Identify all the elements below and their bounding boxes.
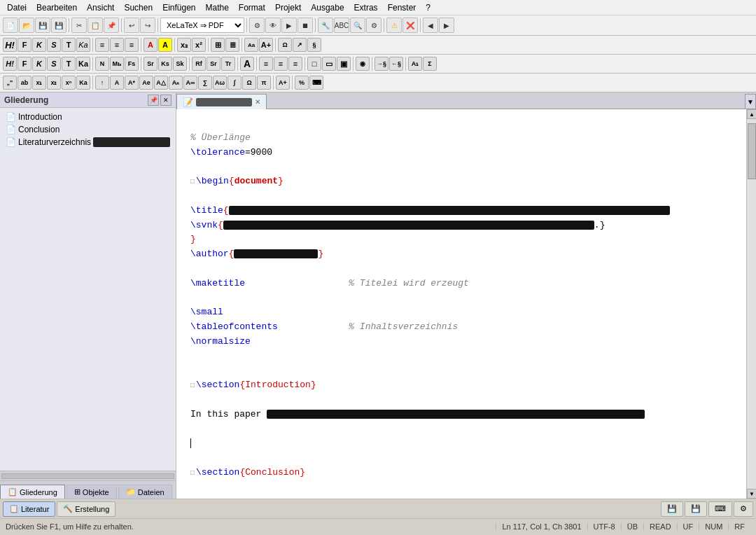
special-b-btn[interactable]: Σ (423, 57, 437, 71)
special11-btn[interactable]: Ω (242, 76, 256, 90)
editor-scrollbar[interactable]: ▲ ▼ (746, 109, 756, 499)
quote-btn[interactable]: „" (3, 76, 17, 90)
ks-btn[interactable]: Ks (158, 57, 172, 71)
doc-tab[interactable]: 📝 ✕ (176, 94, 267, 109)
build-button[interactable]: ⚙ (249, 18, 265, 33)
sup2-btn[interactable]: xⁿ (62, 76, 76, 90)
menu-extras[interactable]: Extras (350, 1, 382, 14)
menu-projekt[interactable]: Projekt (271, 1, 305, 14)
tree-item-introduction[interactable]: 📄 Introduction (3, 111, 173, 123)
tree-item-literaturverzeichnis[interactable]: 📄 Literaturverzeichnis (3, 136, 173, 148)
special12-btn[interactable]: π (257, 76, 271, 90)
fold-document[interactable]: □ (190, 176, 195, 188)
bottom-tab-erstellung[interactable]: 🔨 Erstellung (57, 501, 115, 517)
sidebar-tab-dateien[interactable]: 📁 Dateien (118, 485, 172, 499)
t-btn[interactable]: T (62, 57, 76, 71)
special3-btn[interactable]: A* (125, 76, 139, 90)
fold-introduction[interactable]: □ (190, 380, 195, 391)
verbatim2-btn[interactable]: ⌨ (309, 76, 323, 90)
justify-btn[interactable]: ≡ (259, 57, 273, 71)
bottom-settings-btn[interactable]: ⚙ (734, 501, 753, 517)
fs-btn[interactable]: Fs (125, 57, 139, 71)
sidebar-close-btn[interactable]: ✕ (160, 95, 172, 106)
menu-datei[interactable]: Datei (3, 1, 31, 14)
scrollbar-down-arrow[interactable]: ▼ (747, 489, 756, 499)
text-btn[interactable]: ab (18, 76, 31, 90)
s-btn[interactable]: S (47, 57, 61, 71)
special4-btn[interactable]: Ae (139, 76, 153, 90)
tab-dropdown-btn[interactable]: ▼ (745, 94, 756, 109)
menu-mathe[interactable]: Mathe (202, 1, 233, 14)
n-btn[interactable]: N (95, 57, 109, 71)
comment-btn[interactable]: % (295, 76, 309, 90)
sidebar-hscroll-track[interactable] (1, 473, 174, 479)
sidebar-tab-objekte[interactable]: ⊞ Objekte (66, 485, 117, 499)
forward-button[interactable]: ▶ (439, 18, 454, 33)
undo-button[interactable]: ↩ (124, 18, 139, 33)
table-btn[interactable]: ⊞ (211, 38, 225, 52)
find-button[interactable]: 🔍 (350, 18, 365, 33)
list-btn[interactable]: ≣ (225, 38, 239, 52)
ref-btn[interactable]: ↗ (293, 38, 307, 52)
stop-button[interactable]: ⏹ (298, 18, 313, 33)
save-button[interactable]: 💾 (35, 18, 50, 33)
h1-btn[interactable]: H! (3, 57, 17, 71)
new-button[interactable]: 📄 (3, 18, 18, 33)
color-btn[interactable]: A (144, 38, 158, 52)
border-btn[interactable]: ▭ (322, 57, 336, 71)
align-center-btn[interactable]: ≡ (110, 38, 124, 52)
plus-size-btn[interactable]: A+ (276, 76, 290, 90)
menu-help[interactable]: ? (421, 1, 435, 14)
bottom-tab-literatur[interactable]: 📋 Literatur (3, 501, 55, 517)
back-button[interactable]: ◀ (423, 18, 438, 33)
scrollbar-thumb[interactable] (748, 123, 756, 179)
special1-btn[interactable]: ↑ (95, 76, 109, 90)
rf-btn[interactable]: Rf (192, 57, 206, 71)
slanted-btn[interactable]: S (47, 38, 61, 52)
view-button[interactable]: 👁 (265, 18, 281, 33)
fold-conclusion[interactable]: □ (190, 468, 195, 479)
sub2-btn[interactable]: x₂ (47, 76, 61, 90)
k-btn[interactable]: K (32, 57, 46, 71)
ka3-btn[interactable]: Ka (76, 76, 90, 90)
error-btn[interactable]: ❌ (402, 18, 418, 33)
special5-btn[interactable]: A△ (154, 76, 168, 90)
bold-btn[interactable]: F (18, 38, 31, 52)
menu-bearbeiten[interactable]: Bearbeiten (32, 1, 81, 14)
ka2-btn[interactable]: Ka (76, 57, 90, 71)
editor-content[interactable]: % Überlänge \tolerance=9000 □\begin{docu… (176, 109, 746, 499)
special-a-btn[interactable]: A₁ (408, 57, 422, 71)
sr2-btn[interactable]: Sr (206, 57, 220, 71)
f-btn[interactable]: F (18, 57, 31, 71)
open-button[interactable]: 📂 (19, 18, 34, 33)
right2-btn[interactable]: ≡ (288, 57, 302, 71)
doc-tab-close[interactable]: ✕ (255, 98, 260, 106)
next-sec-btn[interactable]: →§ (374, 57, 388, 71)
bottom-floppy2-btn[interactable]: 💾 (685, 501, 707, 517)
textbf-btn[interactable]: T (62, 38, 76, 52)
tree-item-conclusion[interactable]: 📄 Conclusion (3, 123, 173, 136)
tr-btn[interactable]: Tr (221, 57, 235, 71)
wizard-button[interactable]: 🔧 (318, 18, 333, 33)
menu-format[interactable]: Format (234, 1, 270, 14)
rect-btn[interactable]: □ (307, 57, 321, 71)
warn-button[interactable]: ⚠ (386, 18, 402, 33)
structure-btn[interactable]: § (307, 38, 321, 52)
align-right-btn[interactable]: ≡ (125, 38, 139, 52)
textit-btn[interactable]: Ka (76, 38, 90, 52)
align-left-btn[interactable]: ≡ (95, 38, 109, 52)
menu-ansicht[interactable]: Ansicht (83, 1, 118, 14)
increase-size-btn[interactable]: A+ (259, 38, 273, 52)
char-insert-btn[interactable]: Ω (278, 38, 292, 52)
mb-btn[interactable]: Mь (110, 57, 124, 71)
scrollbar-up-arrow[interactable]: ▲ (747, 109, 756, 119)
large-a-btn[interactable]: A (240, 57, 254, 71)
menu-fenster[interactable]: Fenster (384, 1, 421, 14)
frame-btn[interactable]: ▣ (337, 57, 351, 71)
fontsize-btn[interactable]: Aa (244, 38, 258, 52)
preview-btn[interactable]: ◉ (356, 57, 370, 71)
sidebar-tab-gliederung[interactable]: 📋 Gliederung (0, 485, 65, 499)
spell-button[interactable]: ABC (334, 18, 349, 33)
paste-button[interactable]: 📌 (104, 18, 119, 33)
sr-btn[interactable]: Sr (144, 57, 158, 71)
